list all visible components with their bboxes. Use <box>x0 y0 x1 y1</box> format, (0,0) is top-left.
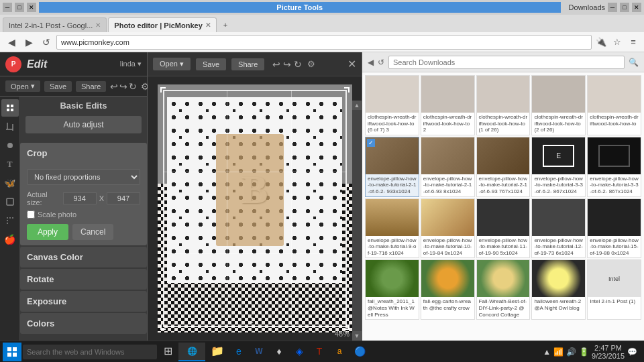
overlays-tool[interactable] <box>1 193 19 210</box>
basic-edits-tool[interactable] <box>1 99 19 117</box>
forward-button[interactable]: ▶ <box>21 35 36 50</box>
crop-tool[interactable] <box>1 118 19 135</box>
image-redo2-button[interactable]: ↻ <box>294 59 302 70</box>
extensions-icon[interactable]: 🔌 <box>594 36 608 49</box>
apply-button[interactable]: Apply <box>27 224 68 240</box>
close-button[interactable]: ✕ <box>27 3 36 12</box>
taskbar-app1-item[interactable]: ♦ <box>270 343 288 361</box>
window-minimize-button[interactable]: ─ <box>608 3 617 12</box>
editor-share-button[interactable]: Share <box>231 58 264 70</box>
width-input[interactable] <box>63 192 97 204</box>
download-item[interactable]: Fall-Wreath-Best-of-DIY-Link-party-2 @Co… <box>476 259 531 320</box>
tray-expand-icon[interactable]: ▲ <box>543 347 551 357</box>
download-item[interactable]: E envelope-pillow-how-to-make-tutorial-3… <box>531 137 586 197</box>
effects-tool[interactable]: 🦋 <box>1 174 19 192</box>
download-item[interactable]: envelope-pillow-how-to-make-tutorial-11-… <box>476 198 531 259</box>
undo-button[interactable]: ↩ <box>110 81 118 92</box>
taskbar-chrome-item[interactable]: 🔵 <box>350 343 370 361</box>
tray-speaker-icon[interactable]: 🔊 <box>566 347 576 357</box>
image-scrollbar[interactable]: ▲ ▼ <box>352 101 362 341</box>
taskbar-amazon-item[interactable]: a <box>330 343 349 361</box>
downloads-search-input[interactable] <box>388 56 625 69</box>
taskbar-search-input[interactable] <box>23 345 157 359</box>
download-item[interactable]: clothespin-wreath-driftwood-look-how-to <box>587 75 641 135</box>
tray-notification-icon[interactable]: 💬 <box>627 347 637 357</box>
download-item[interactable]: envelope-pillow-how-to-make-tutorial-15-… <box>587 198 641 259</box>
text-tool[interactable]: T <box>1 156 19 173</box>
taskbar-dropbox-item[interactable]: ◈ <box>290 343 309 361</box>
download-label: envelope-pillow-how-to-make-tutorial-2-1… <box>366 174 419 196</box>
refresh-button[interactable]: ↺ <box>39 35 54 50</box>
user-menu[interactable]: linda ▾ <box>120 60 142 68</box>
scroll-up-arrow[interactable]: ▲ <box>352 101 362 110</box>
menu-icon[interactable]: ≡ <box>627 36 640 49</box>
new-tab-button[interactable]: + <box>218 17 233 32</box>
taskbar-task-view[interactable]: ⊞ <box>158 343 177 361</box>
open-button[interactable]: Open ▾ <box>5 80 40 92</box>
height-input[interactable] <box>107 192 140 204</box>
download-item[interactable]: halloween-wreath-2 @A Night Owl blog <box>531 259 586 320</box>
dark-thumb <box>598 145 630 167</box>
download-item[interactable]: ✓ envelope-pillow-how-to-make-tutorial-2… <box>365 137 419 197</box>
editor-open-button[interactable]: Open ▾ <box>153 58 191 70</box>
download-item[interactable]: clothespin-wreath-driftwood-look-how-to … <box>531 75 586 135</box>
tray-battery-icon[interactable]: 🔋 <box>579 347 589 357</box>
image-settings-button[interactable]: ⚙ <box>307 59 315 69</box>
download-item[interactable]: envelope-pillow-how-to-make-tutorial-2-1… <box>476 137 531 197</box>
bookmark-icon[interactable]: ☆ <box>610 36 624 49</box>
tab-intel-post[interactable]: Intel 2-in-1 Post - Googl... ✕ <box>3 17 107 32</box>
cancel-button[interactable]: Cancel <box>72 224 113 240</box>
download-item[interactable]: fall-egg-carton-wreath @the crafty crow <box>421 259 475 320</box>
download-item[interactable]: envelope-pillow-how-to-make-tutorial-9-o… <box>365 198 419 259</box>
basic-edits-header: Basic Edits Auto adjust <box>20 101 147 143</box>
downloads-refresh-button[interactable]: ↺ <box>378 58 384 67</box>
redo2-button[interactable]: ↻ <box>129 81 137 92</box>
touch-up-tool[interactable] <box>1 137 19 154</box>
colors-header[interactable]: Colors <box>20 313 147 334</box>
taskbar-word-item[interactable]: W <box>250 343 268 361</box>
rotate-header[interactable]: Rotate <box>20 269 147 290</box>
download-item[interactable]: clothespin-wreath-driftwood-look-how-to … <box>421 75 475 135</box>
scroll-down-arrow[interactable]: ▼ <box>352 331 362 341</box>
image-undo-button[interactable]: ↩ <box>272 59 280 70</box>
taskbar-explorer-item[interactable]: 📁 <box>207 343 228 361</box>
start-button[interactable] <box>3 343 21 361</box>
taskbar-ie-item[interactable]: e <box>229 343 248 361</box>
download-item[interactable]: envelope-pillow-how-to-make-tutorial-2-1… <box>421 137 475 197</box>
download-item[interactable]: fall_wreath_2011_1 @Notes With Ink Well … <box>365 259 419 320</box>
save-button[interactable]: Save <box>44 81 72 92</box>
download-item[interactable]: envelope-pillow-how-to-make-tutorial-10-… <box>421 198 475 259</box>
image-close-button[interactable]: ✕ <box>347 58 356 70</box>
tab-picmonkey-close[interactable]: ✕ <box>205 21 211 29</box>
address-bar[interactable]: www.picmonkey.com <box>56 35 592 50</box>
crop-section-header[interactable]: Crop <box>20 143 147 164</box>
taskbar-browser-item[interactable]: 🌐 <box>178 343 205 361</box>
redo-button[interactable]: ↪ <box>119 81 127 92</box>
editor-save-button[interactable]: Save <box>196 58 226 70</box>
canvas-color-header[interactable]: Canvas Color <box>20 247 147 267</box>
crop-proportion-select[interactable]: No fixed proportions <box>27 169 140 185</box>
window-maximize-button[interactable]: □ <box>620 3 629 12</box>
download-item[interactable]: clothespin-wreath-driftwood-look-how-to … <box>476 75 531 135</box>
window-close-button[interactable]: ✕ <box>632 3 641 12</box>
downloads-back-button[interactable]: ◀ <box>368 58 374 67</box>
download-item[interactable]: clothespin-wreath-driftwood-look-how-to … <box>365 75 419 135</box>
tab-picmonkey[interactable]: Photo editor | PicMonkey ✕ <box>108 17 216 32</box>
scale-photo-checkbox[interactable] <box>27 210 35 219</box>
download-item[interactable]: envelope-pillow-how-to-make-tutorial-12-… <box>531 198 586 259</box>
share-button[interactable]: Share <box>76 81 106 92</box>
downloads-search-button[interactable]: 🔍 <box>629 58 639 67</box>
download-item[interactable]: envelope-pillow-how-to-make-tutorial-3-3… <box>587 137 641 197</box>
back-button[interactable]: ◀ <box>4 35 19 50</box>
download-item[interactable]: Intel Intel 2-in-1 Post (1) <box>587 259 641 320</box>
image-redo-button[interactable]: ↪ <box>283 59 291 70</box>
minimize-button[interactable]: ─ <box>3 3 12 12</box>
taskbar-app2-item[interactable]: T <box>310 343 329 361</box>
auto-adjust-button[interactable]: Auto adjust <box>25 116 142 133</box>
apple-icon[interactable]: 🍎 <box>1 231 19 248</box>
maximize-button[interactable]: □ <box>15 3 24 12</box>
frames-tool[interactable] <box>1 212 19 229</box>
tray-network-icon[interactable]: 📶 <box>553 347 564 357</box>
exposure-header[interactable]: Exposure <box>20 291 147 312</box>
tab-intel-close[interactable]: ✕ <box>95 21 101 29</box>
